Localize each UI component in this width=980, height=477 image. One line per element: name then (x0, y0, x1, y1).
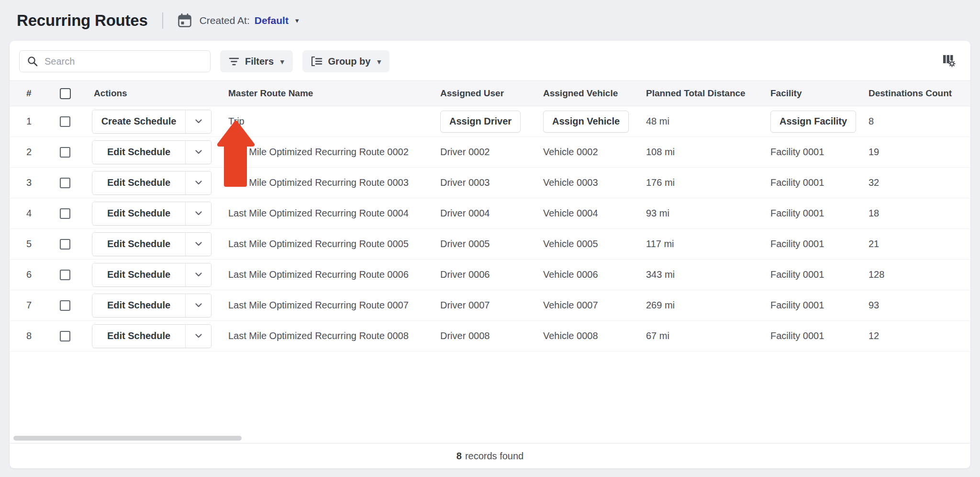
caret-down-icon: ▾ (280, 58, 284, 65)
schedule-action-dropdown-toggle[interactable] (185, 141, 211, 164)
schedule-action-button[interactable]: Edit Schedule (92, 325, 185, 348)
schedule-action-button[interactable]: Edit Schedule (92, 141, 185, 164)
column-settings-icon (942, 54, 957, 68)
row-checkbox[interactable] (60, 239, 70, 250)
row-checkbox[interactable] (60, 208, 70, 219)
row-index: 4 (10, 208, 41, 219)
schedule-action-split-button: Create Schedule (92, 110, 212, 134)
chevron-down-icon (195, 119, 202, 124)
group-by-icon (311, 56, 323, 67)
schedule-action-dropdown-toggle[interactable] (185, 233, 211, 256)
filter-icon (229, 57, 239, 66)
master-route-name: Last Mile Optimized Recurring Route 0005 (228, 238, 409, 249)
row-index: 8 (10, 330, 41, 341)
planned-total-distance: 176 mi (646, 177, 675, 188)
schedule-action-dropdown-toggle[interactable] (185, 202, 211, 225)
calendar-icon (178, 13, 192, 28)
horizontal-scrollbar[interactable] (13, 436, 242, 441)
schedule-action-button[interactable]: Edit Schedule (92, 171, 185, 194)
row-checkbox[interactable] (60, 147, 70, 158)
master-route-name: Last Mile Optimized Recurring Route 0007 (228, 300, 409, 310)
schedule-action-button[interactable]: Edit Schedule (92, 263, 185, 286)
assign-vehicle-button[interactable]: Assign Vehicle (543, 111, 629, 133)
destinations-count: 93 (869, 300, 879, 310)
table-row: 4 Edit Schedule Last Mile Optimized Recu… (10, 198, 970, 229)
row-checkbox[interactable] (60, 300, 70, 311)
schedule-action-split-button: Edit Schedule (92, 202, 212, 226)
schedule-action-dropdown-toggle[interactable] (185, 171, 211, 194)
chevron-down-icon (195, 242, 202, 246)
schedule-action-split-button: Edit Schedule (92, 232, 212, 256)
search-box (19, 50, 211, 72)
destinations-count: 18 (869, 208, 879, 218)
caret-down-icon: ▾ (295, 17, 299, 24)
planned-total-distance: 269 mi (646, 300, 675, 310)
select-all-checkbox[interactable] (60, 88, 71, 99)
table-footer: 8 records found (10, 443, 970, 468)
table-row: 8 Edit Schedule Last Mile Optimized Recu… (10, 321, 970, 352)
planned-total-distance: 343 mi (646, 269, 675, 280)
master-route-name: Last Mile Optimized Recurring Route 0006 (228, 269, 409, 280)
title-divider (162, 12, 163, 29)
row-checkbox[interactable] (60, 178, 70, 188)
group-by-button[interactable]: Group by ▾ (302, 50, 390, 72)
search-input[interactable] (19, 50, 211, 72)
planned-total-distance: 93 mi (646, 208, 669, 218)
created-at-label: Created At: (200, 15, 250, 26)
chevron-down-icon (195, 150, 202, 154)
created-at-dropdown[interactable]: Created At: Default ▾ (178, 13, 299, 28)
table-row: 7 Edit Schedule Last Mile Optimized Recu… (10, 290, 970, 321)
column-header-destinations-count: Destinations Count (866, 88, 970, 99)
planned-total-distance: 108 mi (646, 147, 675, 157)
row-checkbox[interactable] (60, 331, 70, 341)
schedule-action-dropdown-toggle[interactable] (185, 110, 211, 133)
annotation-arrow-icon (215, 120, 256, 188)
chevron-down-icon (195, 181, 202, 185)
filters-label: Filters (245, 56, 274, 67)
schedule-action-button[interactable]: Edit Schedule (92, 294, 185, 317)
assigned-vehicle: Vehicle 0008 (543, 330, 598, 341)
page-header: Recurring Routes Created At: Default ▾ (0, 0, 980, 41)
schedule-action-button[interactable]: Edit Schedule (92, 233, 185, 256)
schedule-action-button[interactable]: Edit Schedule (92, 202, 185, 225)
schedule-action-dropdown-toggle[interactable] (185, 263, 211, 286)
row-checkbox[interactable] (60, 270, 70, 280)
column-settings-button[interactable] (940, 52, 959, 71)
assigned-user: Driver 0003 (440, 177, 490, 188)
schedule-action-button[interactable]: Create Schedule (92, 110, 185, 133)
page-title: Recurring Routes (17, 11, 148, 30)
table-header-row: # Actions Master Route Name Assigned Use… (10, 80, 970, 106)
filters-button[interactable]: Filters ▾ (220, 50, 293, 72)
row-index: 7 (10, 300, 41, 311)
row-index: 6 (10, 269, 41, 280)
row-index: 1 (10, 116, 41, 127)
destinations-count: 21 (869, 238, 879, 249)
schedule-action-dropdown-toggle[interactable] (185, 294, 211, 317)
planned-total-distance: 117 mi (646, 238, 674, 249)
assigned-vehicle: Vehicle 0003 (543, 177, 598, 188)
destinations-count: 12 (869, 330, 879, 341)
chevron-down-icon (195, 303, 202, 307)
destinations-count: 19 (869, 147, 879, 157)
row-checkbox[interactable] (60, 116, 70, 127)
planned-total-distance: 67 mi (646, 330, 669, 341)
assigned-user: Driver 0006 (440, 269, 490, 280)
caret-down-icon: ▾ (377, 58, 381, 65)
schedule-action-dropdown-toggle[interactable] (185, 325, 211, 348)
row-index: 5 (10, 238, 41, 250)
assign-facility-button[interactable]: Assign Facility (770, 111, 856, 133)
master-route-name: Last Mile Optimized Recurring Route 0008 (228, 330, 409, 341)
schedule-action-split-button: Edit Schedule (92, 140, 212, 164)
destinations-count: 8 (869, 116, 874, 126)
assigned-vehicle: Vehicle 0002 (543, 147, 598, 157)
search-icon (27, 56, 38, 67)
planned-total-distance: 48 mi (646, 116, 669, 126)
table-row: 2 Edit Schedule Last Mile Optimized Recu… (10, 137, 970, 168)
table-body: 1 Create Schedule Trip Assign Driver Ass… (10, 106, 970, 352)
schedule-action-split-button: Edit Schedule (92, 171, 212, 195)
assigned-user: Driver 0004 (440, 208, 490, 218)
routes-card: Filters ▾ Group by ▾ (10, 41, 970, 468)
assigned-user: Driver 0007 (440, 300, 490, 310)
column-header-planned-total-distance: Planned Total Distance (644, 88, 768, 99)
assign-driver-button[interactable]: Assign Driver (440, 111, 521, 133)
